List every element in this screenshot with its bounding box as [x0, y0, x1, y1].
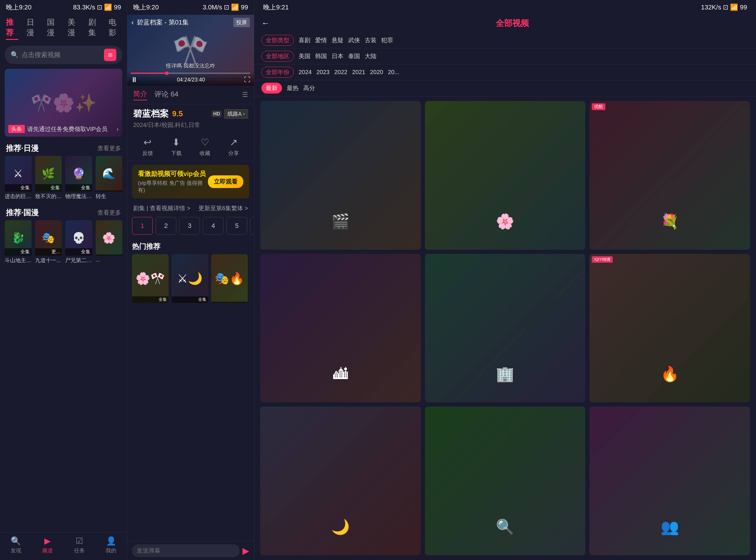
hot-badge-2 [211, 302, 248, 303]
anime-card-1[interactable]: 🌿全集 致不灭的你第... [35, 156, 62, 200]
filter-year-2020[interactable]: 2020 [370, 69, 383, 76]
anime-route[interactable]: HD 线路A › [212, 109, 248, 119]
video-title: 碧蓝档案 - 第01集 [137, 18, 233, 27]
filter-sort-score[interactable]: 高分 [303, 84, 315, 92]
video-card-8[interactable]: 👥 全集 冯宝宝与张楚岚 [590, 406, 750, 555]
filter-year-more[interactable]: 20... [388, 69, 400, 76]
section-more-riman[interactable]: 查看更多 [97, 144, 121, 152]
tab-meiman[interactable]: 美漫 [67, 17, 80, 40]
tab-movie[interactable]: 电影 [109, 17, 121, 40]
hot-card-0[interactable]: 🌸🎌 全集 [132, 254, 168, 303]
nav-discover[interactable]: 🔍 发现 [11, 536, 21, 554]
filter-year-2024[interactable]: 2024 [299, 69, 312, 76]
tab-guoman[interactable]: 国漫 [47, 17, 59, 40]
ep-button-3[interactable]: 3 [179, 217, 200, 235]
video-card-0[interactable]: 🎬 更新至第5集 庆余年 第二季 [260, 101, 421, 250]
menu-icon[interactable]: ☰ [242, 91, 248, 99]
guoman-card-0[interactable]: 🐉全集 斗山地主踊... [5, 220, 32, 264]
video-card-6[interactable]: 🌙 全集 又见逍遥 [260, 406, 421, 555]
video-card-3[interactable]: 🏙 全集 追风者 [260, 254, 421, 403]
filter-region-jp[interactable]: 日本 [332, 52, 343, 60]
anime-meta: 2024/日本/校园,科幻,日常 [133, 121, 248, 129]
channel-icon: ▶ [44, 536, 51, 546]
filter-region-badge[interactable]: 全部地区 [261, 51, 294, 62]
anime-card-3[interactable]: 🌊 转生 [96, 156, 123, 200]
ep-button-2[interactable]: 2 [156, 217, 176, 235]
guoman-card-3[interactable]: 🌸 ... [96, 220, 123, 264]
progress-bar[interactable] [131, 73, 251, 74]
video-thumb-4: 🏢 全集 [425, 254, 585, 403]
route-badge[interactable]: 线路A › [224, 109, 248, 119]
filter-row-genre: 全部类型 喜剧 爱情 悬疑 武侠 古装 犯罪 [254, 33, 756, 48]
action-share[interactable]: ↗ 分享 [228, 137, 239, 157]
card-badge-3 [96, 191, 123, 192]
episode-right-text[interactable]: 更新至第6集繁体 > [198, 204, 248, 212]
filter-genre-comedy[interactable]: 喜剧 [299, 36, 311, 44]
danmaku-send-button[interactable]: ▶ [242, 545, 249, 556]
video-card-4[interactable]: 🏢 全集 城中之城 [425, 254, 585, 403]
search-bar[interactable]: 🔍 点击搜索视频 ⊞ [5, 46, 122, 64]
filter-sort-badge[interactable]: 最新 [261, 83, 282, 94]
scan-button[interactable]: ⊞ [104, 49, 116, 61]
nav-mine[interactable]: 👤 我的 [106, 536, 116, 554]
filter-genre-crime[interactable]: 犯罪 [381, 36, 393, 44]
nav-channel[interactable]: ▶ 频道 [42, 536, 53, 554]
guoman-card-2[interactable]: 💀全集 尸兄第二季我叫小正 [65, 220, 92, 264]
right-back-button[interactable]: ← [261, 19, 270, 28]
pause-button[interactable]: ⏸ [131, 76, 138, 84]
filter-genre-wuxia[interactable]: 武侠 [348, 36, 360, 44]
action-download[interactable]: ⬇ 下载 [171, 137, 182, 157]
video-card-2[interactable]: 💐 优酷 全集 惜花芷 [590, 101, 750, 250]
tab-drama[interactable]: 剧集 [88, 17, 101, 40]
cast-button[interactable]: 投屏 [233, 18, 250, 27]
guoman-card-1[interactable]: 🎭更... 九道十一... [35, 220, 62, 264]
filter-genre-romance[interactable]: 爱情 [315, 36, 327, 44]
ep-button-4[interactable]: 4 [203, 217, 223, 235]
fullscreen-button[interactable]: ⛶ [244, 76, 251, 83]
filter-year-2021[interactable]: 2021 [352, 69, 365, 76]
action-collect[interactable]: ♡ 收藏 [200, 137, 210, 157]
action-feedback[interactable]: ↩ 反馈 [142, 137, 153, 157]
hero-banner[interactable]: 🎌🌸✨ 头条 请先通过任务免费领取VIP会员 › [5, 69, 122, 137]
video-subtitle: 怪详嗎 我都没法忘咋 [127, 62, 254, 69]
filter-genre-badge[interactable]: 全部类型 [261, 35, 294, 46]
right-status-bar: 晚上9:21 132K/s ⊡ 📶 99 [254, 0, 756, 15]
ep-button-6[interactable]: 6 [250, 217, 254, 235]
filter-year-badge[interactable]: 全部年份 [261, 67, 294, 78]
filter-region-cn[interactable]: 大陆 [365, 52, 377, 60]
filter-region-th[interactable]: 泰国 [348, 52, 360, 60]
video-thumb-6: 🌙 全集 [260, 406, 421, 555]
nav-task[interactable]: ☑ 任务 [74, 536, 85, 554]
anime-score: 9.5 [172, 109, 183, 118]
hot-title: 热门推荐 [132, 242, 249, 251]
filter-genre-costume[interactable]: 古装 [365, 36, 377, 44]
episode-left-text[interactable]: 剧集 | 查看视频详情 > [133, 204, 191, 212]
discover-label: 发现 [11, 547, 21, 554]
collect-label: 收藏 [200, 150, 210, 157]
danmaku-input[interactable] [132, 544, 239, 557]
filter-year-2023[interactable]: 2023 [317, 69, 330, 76]
video-card-5[interactable]: 🔥 iQIYI独播 全集 烈焰 [590, 254, 750, 403]
hot-card-1[interactable]: ⚔🌙 全集 [172, 254, 208, 303]
filter-genre-mystery[interactable]: 悬疑 [332, 36, 343, 44]
tab-comments[interactable]: 评论 64 [155, 89, 178, 100]
anime-card-0[interactable]: ⚔全集 进击的巨人第... [5, 156, 32, 200]
video-card-1[interactable]: 🌸 与凤行 [425, 101, 585, 250]
tab-intro[interactable]: 简介 [133, 89, 147, 100]
filter-sort-hot[interactable]: 最热 [287, 84, 299, 92]
filter-region-kr[interactable]: 韩国 [315, 52, 327, 60]
section-more-guoman[interactable]: 查看更多 [97, 209, 121, 217]
video-player[interactable]: 🎌 ‹ 碧蓝档案 - 第01集 投屏 怪详嗎 我都没法忘咋 ⏸ 04:24/23… [127, 15, 254, 86]
ep-button-1[interactable]: 1 [132, 217, 153, 235]
video-card-7[interactable]: 🔍 全集 难寻 [425, 406, 585, 555]
tab-recommend[interactable]: 推荐 [6, 17, 18, 40]
video-back-button[interactable]: ‹ [132, 18, 134, 26]
hot-section: 热门推荐 🌸🎌 全集 ⚔🌙 全集 🎭🔥 [127, 238, 254, 306]
filter-year-2022[interactable]: 2022 [334, 69, 347, 76]
filter-region-us[interactable]: 美国 [299, 52, 311, 60]
ep-button-5[interactable]: 5 [226, 217, 247, 235]
hot-card-2[interactable]: 🎭🔥 [211, 254, 248, 303]
tab-riman[interactable]: 日漫 [26, 17, 39, 40]
anime-card-2[interactable]: 🔮全集 物理魔法使马修 [65, 156, 92, 200]
vip-watch-button[interactable]: 立即观看 [208, 175, 243, 188]
